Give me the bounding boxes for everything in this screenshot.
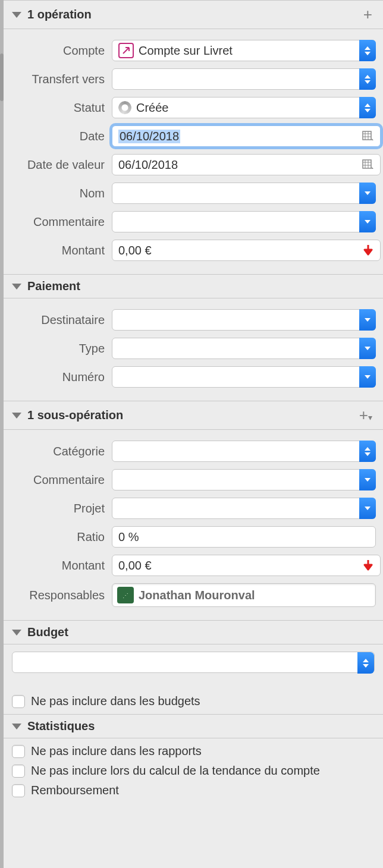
date-valeur-value: 06/10/2018 <box>118 158 178 172</box>
label-sous-commentaire: Commentaire <box>11 473 112 487</box>
panel-resize-handle[interactable] <box>0 54 4 101</box>
commentaire-dropdown-icon[interactable] <box>359 211 376 232</box>
calendar-icon[interactable] <box>360 129 376 143</box>
date-input[interactable]: 06/10/2018 <box>112 125 381 147</box>
section-title: 1 opération <box>27 8 361 21</box>
projet-combobox[interactable] <box>112 498 376 519</box>
categorie-stepper-icon[interactable] <box>359 441 376 462</box>
exclude-reports-checkbox[interactable] <box>12 745 25 758</box>
budget-select[interactable] <box>12 652 375 673</box>
label-categorie: Catégorie <box>11 445 112 458</box>
numero-combobox[interactable] <box>112 366 376 388</box>
ratio-input[interactable]: 0 % <box>112 526 376 548</box>
label-transfert: Transfert vers <box>11 73 112 86</box>
destinataire-combobox[interactable] <box>112 309 376 331</box>
statut-select[interactable]: Créée <box>112 97 376 118</box>
date-valeur-input[interactable]: 06/10/2018 <box>112 154 381 175</box>
exclude-reports-label: Ne pas inclure dans les rapports <box>31 744 202 758</box>
sous-commentaire-dropdown-icon[interactable] <box>359 469 376 490</box>
amount-down-icon[interactable] <box>363 244 376 257</box>
label-date: Date <box>11 130 112 143</box>
ratio-value: 0 % <box>118 530 139 544</box>
section-header-sous-operation[interactable]: 1 sous-opération +▾ <box>4 401 383 430</box>
montant-input[interactable]: 0,00 € <box>112 240 381 261</box>
label-ratio: Ratio <box>11 530 112 544</box>
account-icon <box>118 43 134 58</box>
montant-value: 0,00 € <box>118 244 152 257</box>
add-sous-operation-button[interactable]: +▾ <box>357 406 375 424</box>
categorie-select[interactable] <box>112 441 376 462</box>
commentaire-combobox[interactable] <box>112 211 376 232</box>
disclosure-icon <box>12 724 21 729</box>
date-value: 06/10/2018 <box>118 130 180 143</box>
sous-montant-value: 0,00 € <box>118 559 152 573</box>
destinataire-dropdown-icon[interactable] <box>359 309 376 331</box>
projet-dropdown-icon[interactable] <box>359 498 376 519</box>
label-compte: Compte <box>11 44 112 58</box>
transfert-select[interactable] <box>112 68 376 90</box>
statut-value: Créée <box>136 101 168 115</box>
exclude-trend-checkbox[interactable] <box>12 765 25 778</box>
compte-select[interactable]: Compte sur Livret <box>112 40 376 61</box>
status-spinner-icon <box>118 101 131 114</box>
responsables-field[interactable]: ⋰ Jonathan Mouronval <box>112 583 376 607</box>
avatar-icon: ⋰ <box>117 587 134 603</box>
section-header-paiement[interactable]: Paiement <box>4 274 383 298</box>
transfert-stepper-icon[interactable] <box>359 68 376 90</box>
section-header-operation[interactable]: 1 opération + <box>4 0 383 29</box>
label-sous-montant: Montant <box>11 559 112 573</box>
label-destinataire: Destinataire <box>11 313 112 327</box>
remboursement-checkbox[interactable] <box>12 784 25 797</box>
label-date-valeur: Date de valeur <box>11 158 112 172</box>
compte-value: Compte sur Livret <box>139 44 233 58</box>
exclude-trend-label: Ne pas inclure lors du calcul de la tend… <box>31 764 320 778</box>
disclosure-icon <box>12 284 21 290</box>
section-title: 1 sous-opération <box>27 408 357 422</box>
amount-down-icon[interactable] <box>363 559 376 572</box>
label-projet: Projet <box>11 502 112 515</box>
label-numero: Numéro <box>11 370 112 384</box>
type-dropdown-icon[interactable] <box>359 338 376 359</box>
label-commentaire: Commentaire <box>11 215 112 229</box>
section-header-stats[interactable]: Statistiques <box>4 714 383 738</box>
exclude-budget-label: Ne pas inclure dans les budgets <box>31 694 200 708</box>
label-type: Type <box>11 342 112 356</box>
svg-rect-0 <box>363 131 371 140</box>
add-operation-button[interactable]: + <box>361 5 375 24</box>
section-header-budget[interactable]: Budget <box>4 620 383 644</box>
section-title: Budget <box>27 625 375 639</box>
calendar-icon[interactable] <box>360 158 376 172</box>
section-title: Paiement <box>27 279 375 293</box>
label-responsables: Responsables <box>11 589 112 602</box>
remboursement-label: Remboursement <box>31 784 119 797</box>
label-nom: Nom <box>11 187 112 200</box>
section-title: Statistiques <box>27 719 375 733</box>
disclosure-icon <box>12 413 21 419</box>
nom-dropdown-icon[interactable] <box>359 183 376 204</box>
type-combobox[interactable] <box>112 338 376 359</box>
disclosure-icon <box>12 12 21 18</box>
label-montant: Montant <box>11 244 112 257</box>
sous-commentaire-combobox[interactable] <box>112 469 376 490</box>
svg-rect-5 <box>363 160 371 168</box>
exclude-budget-checkbox[interactable] <box>12 695 25 708</box>
budget-stepper-icon[interactable] <box>357 652 374 674</box>
statut-stepper-icon[interactable] <box>359 97 376 118</box>
sous-montant-input[interactable]: 0,00 € <box>112 555 381 576</box>
label-statut: Statut <box>11 101 112 115</box>
nom-combobox[interactable] <box>112 183 376 204</box>
numero-dropdown-icon[interactable] <box>359 366 376 388</box>
responsable-name: Jonathan Mouronval <box>139 589 255 602</box>
compte-stepper-icon[interactable] <box>359 40 376 61</box>
disclosure-icon <box>12 630 21 636</box>
